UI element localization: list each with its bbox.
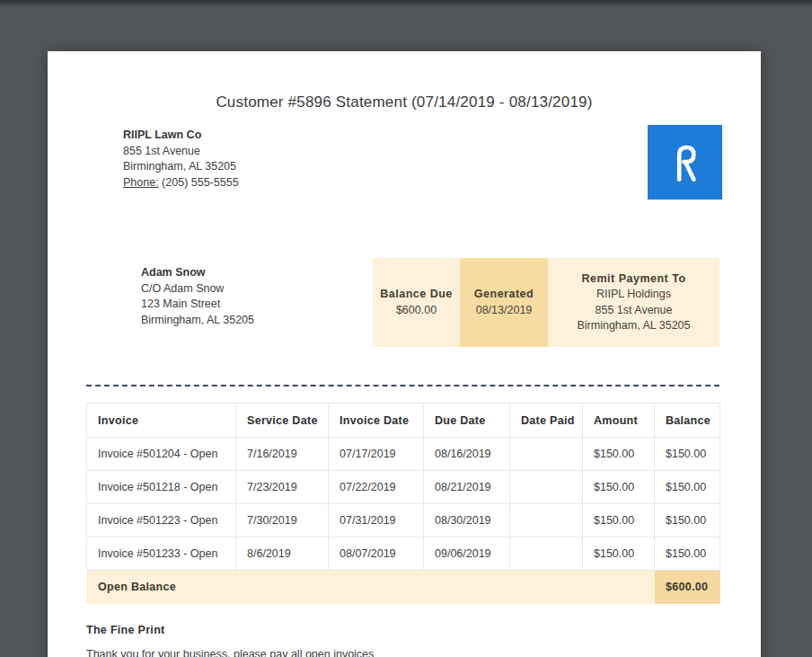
- recipient-street: 123 Main Street: [141, 297, 254, 313]
- cell-balance: $150.00: [655, 438, 720, 471]
- table-row: Invoice #501223 - Open 7/30/2019 07/31/2…: [87, 504, 720, 537]
- fine-print-text: Thank you for your business, please pay …: [86, 648, 374, 657]
- header-invoice-date: Invoice Date: [329, 404, 424, 438]
- cell-invoice: Invoice #501233 - Open: [87, 537, 236, 571]
- company-address-line2: Birmingham, AL 35205: [123, 159, 239, 175]
- header-date-paid: Date Paid: [510, 404, 583, 438]
- cell-invoice-date: 08/07/2019: [329, 537, 424, 571]
- cell-invoice: Invoice #501218 - Open: [87, 471, 236, 504]
- remit-payment-cell: Remit Payment To RIIPL Holdings 855 1st …: [548, 258, 719, 347]
- cell-date-paid: [510, 471, 583, 504]
- cell-due-date: 08/30/2019: [424, 504, 510, 537]
- generated-cell: Generated 08/13/2019: [460, 258, 548, 347]
- cell-balance: $150.00: [655, 471, 720, 504]
- logo-r-icon: [668, 142, 702, 183]
- cell-date-paid: [510, 504, 583, 537]
- cell-amount: $150.00: [583, 504, 655, 537]
- company-address-block: RIIPL Lawn Co 855 1st Avenue Birmingham,…: [123, 128, 239, 191]
- table-row: Invoice #501204 - Open 7/16/2019 07/17/2…: [87, 438, 720, 471]
- cell-due-date: 08/16/2019: [424, 438, 510, 471]
- remit-address1: 855 1st Avenue: [548, 303, 719, 319]
- open-balance-label: Open Balance: [87, 571, 655, 604]
- statement-summary-band: Balance Due $600.00 Generated 08/13/2019…: [373, 258, 719, 347]
- table-header-row: Invoice Service Date Invoice Date Due Da…: [87, 404, 720, 438]
- recipient-care-of: C/O Adam Snow: [141, 281, 254, 297]
- phone-label: Phone:: [123, 176, 159, 189]
- cell-invoice: Invoice #501223 - Open: [87, 504, 236, 537]
- remit-address2: Birmingham, AL 35205: [548, 318, 719, 334]
- cell-balance: $150.00: [655, 504, 720, 537]
- cell-due-date: 09/06/2019: [424, 537, 510, 571]
- recipient-address-block: Adam Snow C/O Adam Snow 123 Main Street …: [141, 265, 254, 328]
- header-balance: Balance: [655, 404, 720, 438]
- document-viewer: { "document": { "title": "Customer #5896…: [0, 0, 812, 657]
- company-phone-line: Phone: (205) 555-5555: [123, 175, 239, 191]
- recipient-city: Birmingham, AL 35205: [141, 313, 254, 329]
- cell-date-paid: [510, 438, 583, 471]
- statement-page: Customer #5896 Statement (07/14/2019 - 0…: [48, 51, 761, 657]
- header-service-date: Service Date: [236, 404, 329, 438]
- generated-label: Generated: [460, 287, 548, 303]
- cell-amount: $150.00: [583, 471, 655, 504]
- cell-service-date: 7/16/2019: [236, 438, 329, 471]
- company-address-line1: 855 1st Avenue: [123, 144, 239, 160]
- cell-invoice-date: 07/31/2019: [329, 504, 424, 537]
- cell-due-date: 08/21/2019: [424, 471, 510, 504]
- table-row: Invoice #501233 - Open 8/6/2019 08/07/20…: [87, 537, 720, 571]
- recipient-name: Adam Snow: [141, 265, 254, 281]
- company-logo: [648, 125, 722, 200]
- open-balance-total: $600.00: [655, 571, 720, 604]
- cell-invoice-date: 07/22/2019: [329, 471, 424, 504]
- open-balance-row: Open Balance $600.00: [87, 571, 720, 604]
- phone-number: (205) 555-5555: [162, 176, 238, 189]
- statement-title: Customer #5896 Statement (07/14/2019 - 0…: [48, 93, 761, 111]
- remit-label: Remit Payment To: [548, 271, 719, 288]
- header-amount: Amount: [583, 404, 655, 438]
- balance-due-label: Balance Due: [373, 287, 460, 303]
- table-row: Invoice #501218 - Open 7/23/2019 07/22/2…: [87, 471, 720, 504]
- invoice-table: Invoice Service Date Invoice Date Due Da…: [86, 403, 720, 604]
- cell-date-paid: [510, 537, 583, 571]
- cell-service-date: 8/6/2019: [236, 537, 329, 571]
- viewer-top-shadow: [0, 0, 812, 8]
- balance-due-value: $600.00: [373, 303, 460, 319]
- fine-print-heading: The Fine Print: [86, 624, 165, 636]
- remit-name: RIIPL Holdings: [548, 287, 719, 303]
- cell-service-date: 7/30/2019: [236, 504, 329, 537]
- header-invoice: Invoice: [87, 404, 236, 438]
- generated-value: 08/13/2019: [460, 303, 548, 319]
- cell-invoice-date: 07/17/2019: [329, 438, 424, 471]
- cell-balance: $150.00: [655, 537, 720, 571]
- header-due-date: Due Date: [424, 404, 510, 438]
- cell-amount: $150.00: [583, 537, 655, 571]
- dashed-separator: [86, 385, 719, 386]
- balance-due-cell: Balance Due $600.00: [373, 258, 460, 347]
- cell-service-date: 7/23/2019: [236, 471, 329, 504]
- company-name: RIIPL Lawn Co: [123, 128, 239, 144]
- cell-amount: $150.00: [583, 438, 655, 471]
- cell-invoice: Invoice #501204 - Open: [87, 438, 236, 471]
